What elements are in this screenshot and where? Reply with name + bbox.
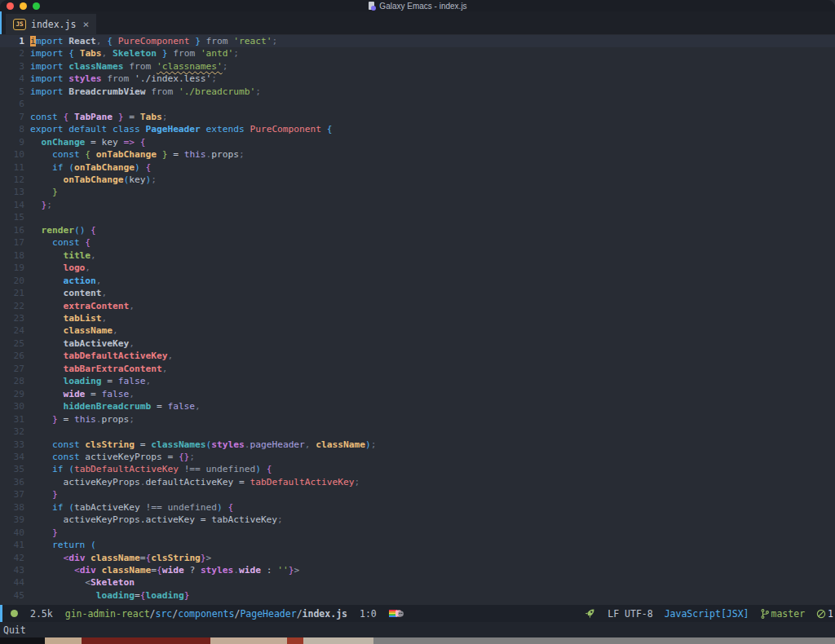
code-line: 39 activeKeyProps.activeKey = tabActiveK… xyxy=(0,514,835,526)
line-number: 3 xyxy=(0,60,24,73)
line-number: 2 xyxy=(0,47,24,60)
line-number: 39 xyxy=(0,514,24,526)
app-icon xyxy=(368,2,376,11)
code-line: 36 activeKeyProps.defaultActiveKey = tab… xyxy=(0,476,835,488)
git-branch-label: master xyxy=(771,608,806,620)
code-line: 30 hiddenBreadcrumb = false, xyxy=(0,400,835,412)
major-mode-label: JavaScript[JSX] xyxy=(665,608,749,620)
code-line: 24 className, xyxy=(0,324,835,337)
line-number: 4 xyxy=(0,73,24,85)
line-number: 19 xyxy=(0,262,24,274)
code-line: 22 extraContent, xyxy=(0,300,835,312)
line-number: 45 xyxy=(0,589,24,602)
js-file-icon: JS xyxy=(13,19,26,30)
line-number: 8 xyxy=(0,123,24,135)
encoding-label: LF UTF-8 xyxy=(607,608,652,620)
code-line: 9 onChange = key => { xyxy=(0,136,835,148)
code-line: 4import styles from './index.less'; xyxy=(0,73,835,85)
line-number: 18 xyxy=(0,249,24,262)
code-line: 43 <div className={wide ? styles.wide : … xyxy=(0,564,835,576)
code-line: 3import classNames from 'classnames'; xyxy=(0,60,835,73)
code-line: 27 tabBarExtraContent, xyxy=(0,363,835,375)
tab-bar-accent xyxy=(0,11,2,34)
code-line: 16 render() { xyxy=(0,224,835,236)
line-number: 1 xyxy=(0,35,24,47)
line-number: 6 xyxy=(0,98,24,110)
desktop-strip xyxy=(0,637,835,644)
code-line: 7const { TabPane } = Tabs; xyxy=(0,111,835,123)
code-line: 32 xyxy=(0,426,835,438)
traffic-lights xyxy=(7,2,40,10)
tab-bar: JS index.js × xyxy=(0,11,835,34)
line-number: 25 xyxy=(0,337,24,350)
line-number: 20 xyxy=(0,275,24,287)
line-number: 26 xyxy=(0,350,24,362)
cursor-position: 1:0 xyxy=(360,608,377,620)
code-area[interactable]: 1import React, { PureComponent } from 'r… xyxy=(0,34,835,605)
code-line: 34 const activeKeyProps = {}; xyxy=(0,451,835,463)
code-line: 44 <Skeleton xyxy=(0,576,835,589)
code-line: 20 action, xyxy=(0,275,835,287)
line-number: 43 xyxy=(0,564,24,576)
line-number: 24 xyxy=(0,324,24,337)
code-line: 8export default class PageHeader extends… xyxy=(0,123,835,135)
code-line: 21 content, xyxy=(0,287,835,299)
code-line: 6 xyxy=(0,98,835,110)
line-number: 44 xyxy=(0,576,24,589)
line-number: 10 xyxy=(0,148,24,161)
code-line: 35 if (tabDefaultActiveKey !== undefined… xyxy=(0,463,835,475)
line-number: 22 xyxy=(0,300,24,312)
line-number: 36 xyxy=(0,476,24,488)
code-line: 18 title, xyxy=(0,249,835,262)
code-line: 5import BreadcrumbView from './breadcrum… xyxy=(0,86,835,98)
line-number: 38 xyxy=(0,501,24,514)
code-line: 23 tabList, xyxy=(0,312,835,324)
line-number: 12 xyxy=(0,174,24,186)
window-title: Galaxy Emacs - index.js xyxy=(368,2,466,11)
line-number: 28 xyxy=(0,375,24,387)
code-line: 12 onTabChange(key); xyxy=(0,174,835,186)
line-number: 42 xyxy=(0,552,24,564)
window-title-text: Galaxy Emacs - index.js xyxy=(379,2,466,11)
code-line: 33 const clsString = classNames(styles.p… xyxy=(0,439,835,451)
flycheck-count: 1 xyxy=(828,608,833,620)
tab-label: index.js xyxy=(31,19,76,30)
buffer-size: 2.5k xyxy=(30,608,53,620)
code-line: 1import React, { PureComponent } from 'r… xyxy=(0,35,835,47)
line-number: 34 xyxy=(0,451,24,463)
line-number: 23 xyxy=(0,312,24,324)
code-line: 25 tabActiveKey, xyxy=(0,337,835,350)
buffer-state-dot xyxy=(11,610,18,617)
line-number: 5 xyxy=(0,86,24,98)
echo-message: Quit xyxy=(3,624,26,636)
line-number: 30 xyxy=(0,400,24,412)
line-number: 35 xyxy=(0,463,24,475)
flycheck-status: 1 xyxy=(816,608,833,620)
code-line: 45 loading={loading} xyxy=(0,589,835,602)
close-window-button[interactable] xyxy=(7,2,14,10)
code-line: 26 tabDefaultActiveKey, xyxy=(0,350,835,362)
line-number: 13 xyxy=(0,186,24,198)
code-line: 2import { Tabs, Skeleton } from 'antd'; xyxy=(0,47,835,60)
code-line: 10 const { onTabChange } = this.props; xyxy=(0,148,835,161)
code-line: 11 if (onTabChange) { xyxy=(0,161,835,174)
line-number: 31 xyxy=(0,413,24,426)
zoom-window-button[interactable] xyxy=(33,2,40,10)
line-number: 21 xyxy=(0,287,24,299)
tab-close-icon[interactable]: × xyxy=(82,18,89,30)
git-branch-icon xyxy=(761,609,769,619)
no-issues-icon xyxy=(816,609,826,619)
code-line: 13 } xyxy=(0,186,835,198)
code-line: 28 loading = false, xyxy=(0,375,835,387)
titlebar: Galaxy Emacs - index.js xyxy=(0,0,835,11)
minimize-window-button[interactable] xyxy=(20,2,27,10)
rocket-icon xyxy=(584,607,596,620)
emacs-window: Galaxy Emacs - index.js JS index.js × 1i… xyxy=(0,0,835,644)
code-line: 14 }; xyxy=(0,199,835,211)
echo-area: Quit xyxy=(0,622,835,637)
nyan-cat-icon xyxy=(389,608,404,619)
code-line: 37 } xyxy=(0,488,835,501)
code-line: 15 xyxy=(0,211,835,223)
tab-index-js[interactable]: JS index.js × xyxy=(6,14,96,34)
code-line: 42 <div className={clsString}> xyxy=(0,552,835,564)
